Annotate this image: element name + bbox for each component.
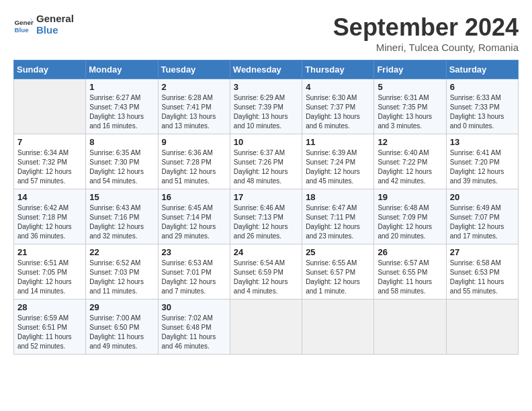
cell-details: Sunrise: 6:37 AMSunset: 7:26 PMDaylight:… — [234, 149, 288, 185]
calendar-cell: 3Sunrise: 6:29 AMSunset: 7:39 PMDaylight… — [230, 79, 302, 134]
svg-text:General: General — [15, 19, 34, 26]
calendar-cell — [302, 300, 374, 355]
day-number: 1 — [89, 82, 154, 92]
cell-details: Sunrise: 7:02 AMSunset: 6:48 PMDaylight:… — [162, 314, 216, 350]
calendar-cell: 18Sunrise: 6:47 AMSunset: 7:11 PMDayligh… — [302, 189, 374, 244]
cell-details: Sunrise: 6:42 AMSunset: 7:18 PMDaylight:… — [17, 204, 72, 240]
day-number: 15 — [89, 192, 154, 202]
calendar-table: SundayMondayTuesdayWednesdayThursdayFrid… — [13, 60, 519, 355]
cell-details: Sunrise: 6:46 AMSunset: 7:13 PMDaylight:… — [234, 204, 288, 240]
calendar-cell: 6Sunrise: 6:33 AMSunset: 7:33 PMDaylight… — [446, 79, 518, 134]
day-number: 14 — [17, 192, 82, 202]
day-number: 9 — [162, 137, 226, 147]
day-number: 23 — [162, 247, 226, 257]
cell-details: Sunrise: 6:39 AMSunset: 7:24 PMDaylight:… — [306, 149, 360, 185]
cell-details: Sunrise: 6:47 AMSunset: 7:11 PMDaylight:… — [306, 204, 360, 240]
calendar-cell: 30Sunrise: 7:02 AMSunset: 6:48 PMDayligh… — [158, 300, 230, 355]
day-number: 2 — [162, 82, 226, 92]
cell-details: Sunrise: 6:27 AMSunset: 7:43 PMDaylight:… — [89, 94, 144, 130]
cell-details: Sunrise: 6:59 AMSunset: 6:51 PMDaylight:… — [17, 314, 72, 350]
header-monday: Monday — [86, 60, 158, 79]
calendar-cell: 25Sunrise: 6:55 AMSunset: 6:57 PMDayligh… — [302, 244, 374, 300]
cell-details: Sunrise: 6:28 AMSunset: 7:41 PMDaylight:… — [162, 94, 216, 130]
calendar-cell: 8Sunrise: 6:35 AMSunset: 7:30 PMDaylight… — [86, 134, 158, 189]
logo-general: General — [36, 13, 74, 25]
calendar-body: 1Sunrise: 6:27 AMSunset: 7:43 PMDaylight… — [14, 79, 519, 355]
day-number: 26 — [378, 247, 442, 257]
calendar-week-1: 7Sunrise: 6:34 AMSunset: 7:32 PMDaylight… — [14, 134, 519, 189]
day-number: 6 — [450, 82, 515, 92]
cell-details: Sunrise: 6:45 AMSunset: 7:14 PMDaylight:… — [162, 204, 216, 240]
calendar-cell: 17Sunrise: 6:46 AMSunset: 7:13 PMDayligh… — [230, 189, 302, 244]
header-saturday: Saturday — [446, 60, 518, 79]
calendar-cell: 10Sunrise: 6:37 AMSunset: 7:26 PMDayligh… — [230, 134, 302, 189]
cell-details: Sunrise: 6:33 AMSunset: 7:33 PMDaylight:… — [450, 94, 504, 130]
calendar-cell — [374, 300, 446, 355]
cell-details: Sunrise: 6:55 AMSunset: 6:57 PMDaylight:… — [306, 259, 360, 295]
calendar-header-row: SundayMondayTuesdayWednesdayThursdayFrid… — [14, 60, 519, 79]
day-number: 5 — [378, 82, 442, 92]
day-number: 20 — [450, 192, 515, 202]
day-number: 29 — [89, 302, 154, 312]
cell-details: Sunrise: 6:49 AMSunset: 7:07 PMDaylight:… — [450, 204, 504, 240]
cell-details: Sunrise: 6:48 AMSunset: 7:09 PMDaylight:… — [378, 204, 432, 240]
calendar-cell: 28Sunrise: 6:59 AMSunset: 6:51 PMDayligh… — [14, 300, 86, 355]
calendar-cell: 26Sunrise: 6:57 AMSunset: 6:55 PMDayligh… — [374, 244, 446, 300]
calendar-cell: 15Sunrise: 6:43 AMSunset: 7:16 PMDayligh… — [86, 189, 158, 244]
cell-details: Sunrise: 7:00 AMSunset: 6:50 PMDaylight:… — [89, 314, 144, 350]
cell-details: Sunrise: 6:35 AMSunset: 7:30 PMDaylight:… — [89, 149, 144, 185]
logo-blue: Blue — [36, 25, 74, 36]
header-tuesday: Tuesday — [158, 60, 230, 79]
calendar-cell: 2Sunrise: 6:28 AMSunset: 7:41 PMDaylight… — [158, 79, 230, 134]
calendar-cell — [14, 79, 86, 134]
title-block: September 2024 Mineri, Tulcea County, Ro… — [333, 13, 519, 53]
header-friday: Friday — [374, 60, 446, 79]
calendar-cell: 5Sunrise: 6:31 AMSunset: 7:35 PMDaylight… — [374, 79, 446, 134]
cell-details: Sunrise: 6:40 AMSunset: 7:22 PMDaylight:… — [378, 149, 432, 185]
day-number: 21 — [17, 247, 82, 257]
cell-details: Sunrise: 6:31 AMSunset: 7:35 PMDaylight:… — [378, 94, 432, 130]
calendar-cell: 19Sunrise: 6:48 AMSunset: 7:09 PMDayligh… — [374, 189, 446, 244]
calendar-cell: 23Sunrise: 6:53 AMSunset: 7:01 PMDayligh… — [158, 244, 230, 300]
calendar-cell: 11Sunrise: 6:39 AMSunset: 7:24 PMDayligh… — [302, 134, 374, 189]
day-number: 22 — [89, 247, 154, 257]
calendar-cell: 4Sunrise: 6:30 AMSunset: 7:37 PMDaylight… — [302, 79, 374, 134]
day-number: 25 — [306, 247, 370, 257]
header-sunday: Sunday — [14, 60, 86, 79]
cell-details: Sunrise: 6:51 AMSunset: 7:05 PMDaylight:… — [17, 259, 72, 295]
day-number: 27 — [450, 247, 515, 257]
day-number: 11 — [306, 137, 370, 147]
calendar-cell: 16Sunrise: 6:45 AMSunset: 7:14 PMDayligh… — [158, 189, 230, 244]
cell-details: Sunrise: 6:57 AMSunset: 6:55 PMDaylight:… — [378, 259, 432, 295]
day-number: 19 — [378, 192, 442, 202]
calendar-cell: 7Sunrise: 6:34 AMSunset: 7:32 PMDaylight… — [14, 134, 86, 189]
calendar-cell — [446, 300, 518, 355]
day-number: 13 — [450, 137, 515, 147]
calendar-cell: 27Sunrise: 6:58 AMSunset: 6:53 PMDayligh… — [446, 244, 518, 300]
calendar-cell: 21Sunrise: 6:51 AMSunset: 7:05 PMDayligh… — [14, 244, 86, 300]
cell-details: Sunrise: 6:36 AMSunset: 7:28 PMDaylight:… — [162, 149, 216, 185]
calendar-cell — [230, 300, 302, 355]
month-title: September 2024 — [333, 13, 519, 42]
svg-text:Blue: Blue — [15, 26, 30, 33]
day-number: 24 — [234, 247, 298, 257]
page-header: General Blue General Blue September 2024… — [13, 13, 519, 53]
cell-details: Sunrise: 6:43 AMSunset: 7:16 PMDaylight:… — [89, 204, 144, 240]
calendar-cell: 9Sunrise: 6:36 AMSunset: 7:28 PMDaylight… — [158, 134, 230, 189]
logo: General Blue General Blue — [13, 13, 74, 36]
day-number: 30 — [162, 302, 226, 312]
cell-details: Sunrise: 6:41 AMSunset: 7:20 PMDaylight:… — [450, 149, 504, 185]
calendar-cell: 24Sunrise: 6:54 AMSunset: 6:59 PMDayligh… — [230, 244, 302, 300]
cell-details: Sunrise: 6:52 AMSunset: 7:03 PMDaylight:… — [89, 259, 144, 295]
logo-icon: General Blue — [13, 15, 34, 35]
cell-details: Sunrise: 6:34 AMSunset: 7:32 PMDaylight:… — [17, 149, 72, 185]
day-number: 10 — [234, 137, 298, 147]
calendar-cell: 20Sunrise: 6:49 AMSunset: 7:07 PMDayligh… — [446, 189, 518, 244]
day-number: 17 — [234, 192, 298, 202]
calendar-cell: 12Sunrise: 6:40 AMSunset: 7:22 PMDayligh… — [374, 134, 446, 189]
day-number: 7 — [17, 137, 82, 147]
cell-details: Sunrise: 6:29 AMSunset: 7:39 PMDaylight:… — [234, 94, 288, 130]
calendar-cell: 22Sunrise: 6:52 AMSunset: 7:03 PMDayligh… — [86, 244, 158, 300]
day-number: 28 — [17, 302, 82, 312]
calendar-week-4: 28Sunrise: 6:59 AMSunset: 6:51 PMDayligh… — [14, 300, 519, 355]
